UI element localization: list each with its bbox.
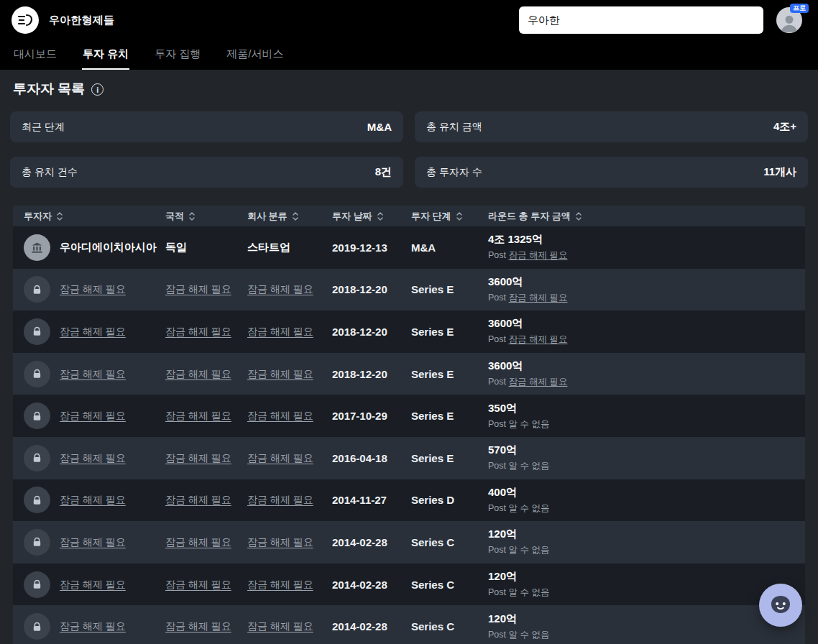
post-prefix: Post <box>488 461 509 471</box>
invest-stage: Series C <box>411 536 488 548</box>
category-cell: 잠금 해제 필요 <box>247 535 332 549</box>
unlock-link[interactable]: 잠금 해제 필요 <box>509 334 568 344</box>
unlock-link[interactable]: 잠금 해제 필요 <box>247 283 313 295</box>
search-box <box>519 6 763 34</box>
unlock-link[interactable]: 잠금 해제 필요 <box>247 536 313 548</box>
unlock-link[interactable]: 잠금 해제 필요 <box>60 579 126 590</box>
invest-stage: Series D <box>411 494 488 506</box>
post-unknown-value: 알 수 없음 <box>509 545 550 555</box>
unlock-link[interactable]: 잠금 해제 필요 <box>247 620 313 632</box>
info-icon[interactable] <box>91 83 104 96</box>
unlock-link[interactable]: 잠금 해제 필요 <box>247 452 313 464</box>
column-header-nationality[interactable]: 국적 <box>165 210 247 223</box>
unlock-link[interactable]: 잠금 해제 필요 <box>60 536 126 548</box>
post-valuation: Post 잠금 해제 필요 <box>488 249 805 262</box>
unlock-link[interactable]: 잠금 해제 필요 <box>165 368 231 380</box>
app-logo[interactable] <box>12 6 39 34</box>
unlock-link[interactable]: 잠금 해제 필요 <box>247 326 313 337</box>
post-valuation: Post 알 수 없음 <box>488 544 805 556</box>
nationality-cell: 잠금 해제 필요 <box>165 451 247 465</box>
amount-cell: 120억 Post 알 수 없음 <box>488 612 805 641</box>
main-content: 투자자 목록 최근 단계 M&A 총 유치 금액 4조+ 총 유치 건수 8건 … <box>0 70 818 644</box>
table-row: 잠금 해제 필요 잠금 해제 필요 잠금 해제 필요 2018-12-20 Se… <box>13 269 805 311</box>
unlock-link[interactable]: 잠금 해제 필요 <box>165 283 231 295</box>
nationality-cell: 독일 <box>165 241 247 254</box>
post-valuation: Post 알 수 없음 <box>488 502 805 515</box>
post-valuation: Post 잠금 해제 필요 <box>488 376 805 388</box>
nationality-cell: 잠금 해제 필요 <box>165 367 247 381</box>
unlock-link[interactable]: 잠금 해제 필요 <box>165 579 231 590</box>
column-header-stage[interactable]: 투자 단계 <box>411 210 488 223</box>
unlock-link[interactable]: 잠금 해제 필요 <box>247 368 313 380</box>
unlock-link[interactable]: 잠금 해제 필요 <box>509 377 568 387</box>
locked-avatar <box>24 402 50 429</box>
stat-label: 총 유치 건수 <box>22 166 78 179</box>
unlock-link[interactable]: 잠금 해제 필요 <box>60 620 126 632</box>
chat-widget-button[interactable] <box>759 584 802 627</box>
tab-products-services[interactable]: 제품/서비스 <box>226 40 284 70</box>
unlock-link[interactable]: 잠금 해제 필요 <box>165 410 231 421</box>
lock-icon <box>32 326 42 337</box>
table-row: 잠금 해제 필요 잠금 해제 필요 잠금 해제 필요 2018-12-20 Se… <box>13 310 805 353</box>
invest-date: 2014-02-28 <box>332 620 411 632</box>
unlock-link[interactable]: 잠금 해제 필요 <box>165 536 231 548</box>
post-unknown-value: 알 수 없음 <box>509 419 550 429</box>
table-row: 잠금 해제 필요 잠금 해제 필요 잠금 해제 필요 2016-04-18 Se… <box>13 437 805 479</box>
unlock-link[interactable]: 잠금 해제 필요 <box>509 293 568 303</box>
table-row: 잠금 해제 필요 잠금 해제 필요 잠금 해제 필요 2014-02-28 Se… <box>13 564 805 606</box>
unlock-link[interactable]: 잠금 해제 필요 <box>509 250 568 260</box>
unlock-link[interactable]: 잠금 해제 필요 <box>60 452 126 464</box>
nationality-cell: 잠금 해제 필요 <box>165 535 247 549</box>
unlock-link[interactable]: 잠금 해제 필요 <box>165 326 231 337</box>
investor-cell: 잠금 해제 필요 <box>24 276 165 303</box>
unlock-link[interactable]: 잠금 해제 필요 <box>247 410 313 421</box>
search-input[interactable] <box>519 6 763 34</box>
app-logo-mark <box>16 11 35 29</box>
profile-menu[interactable]: 프로 <box>776 7 802 33</box>
lock-icon <box>32 579 42 590</box>
sort-icon <box>377 211 384 221</box>
unlock-link[interactable]: 잠금 해제 필요 <box>165 452 231 464</box>
invest-stage: Series E <box>411 326 488 338</box>
column-header-investor[interactable]: 투자자 <box>24 210 165 223</box>
unlock-link[interactable]: 잠금 해제 필요 <box>165 620 231 632</box>
category-cell: 스타트업 <box>247 241 332 254</box>
category-cell: 잠금 해제 필요 <box>247 325 332 339</box>
investor-cell: 잠금 해제 필요 <box>24 529 165 556</box>
invest-date: 2014-02-28 <box>332 579 411 591</box>
unlock-link[interactable]: 잠금 해제 필요 <box>165 494 231 505</box>
amount-cell: 350억 Post 알 수 없음 <box>488 402 805 431</box>
unlock-link[interactable]: 잠금 해제 필요 <box>60 494 126 505</box>
unlock-link[interactable]: 잠금 해제 필요 <box>247 579 313 590</box>
stat-value: 4조+ <box>773 120 796 134</box>
tab-investment-attraction[interactable]: 투자 유치 <box>82 40 129 70</box>
company-building-icon <box>30 241 44 254</box>
tab-dashboard[interactable]: 대시보드 <box>13 40 58 70</box>
locked-avatar <box>24 487 50 513</box>
stat-card-latest-stage: 최근 단계 M&A <box>10 111 403 142</box>
amount-cell: 120억 Post 알 수 없음 <box>488 528 805 556</box>
post-prefix: Post <box>488 545 509 555</box>
table-row: 잠금 해제 필요 잠금 해제 필요 잠금 해제 필요 2014-02-28 Se… <box>13 521 805 564</box>
investor-cell: 우아디에이치아시아 <box>24 234 165 261</box>
stat-card-total-raised: 총 유치 금액 4조+ <box>415 111 808 142</box>
amount-cell: 120억 Post 알 수 없음 <box>488 570 805 599</box>
unlock-link[interactable]: 잠금 해제 필요 <box>60 326 126 337</box>
unlock-link[interactable]: 잠금 해제 필요 <box>60 410 126 421</box>
column-header-date[interactable]: 투자 날짜 <box>332 210 411 223</box>
column-header-category[interactable]: 회사 분류 <box>247 210 332 223</box>
post-unknown-value: 알 수 없음 <box>509 630 550 640</box>
category-cell: 잠금 해제 필요 <box>247 578 332 592</box>
unlock-link[interactable]: 잠금 해제 필요 <box>247 494 313 505</box>
unlock-link[interactable]: 잠금 해제 필요 <box>60 283 126 295</box>
invest-date: 2018-12-20 <box>332 283 411 295</box>
tab-investment-execution[interactable]: 투자 집행 <box>154 40 201 70</box>
round-total-amount: 3600억 <box>488 275 805 289</box>
column-header-round-amount[interactable]: 라운드 총 투자 금액 <box>488 210 805 223</box>
lock-icon <box>32 494 42 506</box>
unlock-link[interactable]: 잠금 해제 필요 <box>60 368 126 380</box>
investor-cell: 잠금 해제 필요 <box>24 571 165 598</box>
company-avatar <box>24 234 50 261</box>
table-body: 우아디에이치아시아 독일 스타트업 2019-12-13 M&A 4조 1325… <box>13 226 805 644</box>
main-nav: 대시보드 투자 유치 투자 집행 제품/서비스 <box>0 40 818 70</box>
